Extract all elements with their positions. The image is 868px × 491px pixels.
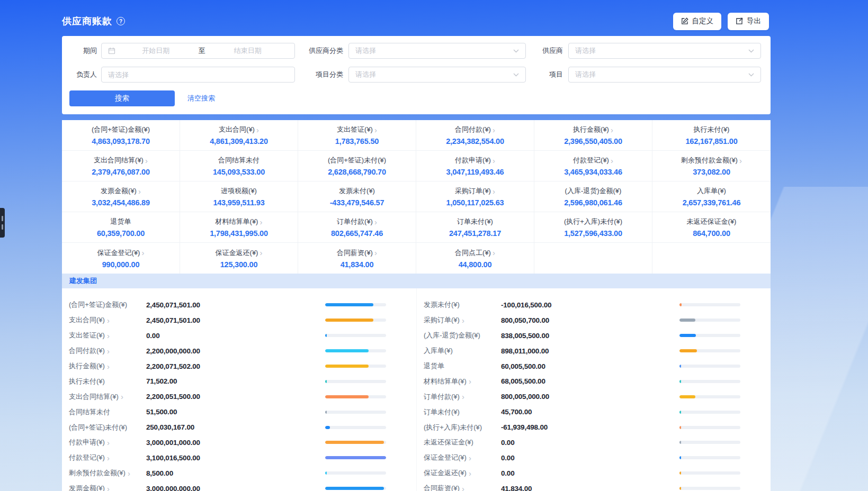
search-button[interactable]: 搜索 (69, 90, 175, 106)
summary-card[interactable]: 合同点工(¥) › 44,800.00 (416, 243, 534, 274)
chevron-right-icon[interactable]: › (469, 377, 471, 385)
detail-row-label[interactable]: 合同付款(¥) (69, 346, 105, 356)
summary-card: 进项税额(¥) › 143,959,511.93 (180, 181, 298, 212)
summary-card[interactable]: 发票金额(¥) › 3,032,454,486.89 (62, 181, 180, 212)
summary-card[interactable]: 合同付款(¥) › 2,234,382,554.00 (416, 120, 534, 151)
detail-column-left: (合同+签证)金额(¥) › 2,450,071,501.00 支出合同(¥) … (62, 288, 416, 491)
progress-bar (325, 487, 386, 490)
customize-button[interactable]: 自定义 (673, 13, 722, 30)
summary-card[interactable]: 订单付款(¥) › 802,665,747.46 (298, 212, 416, 243)
summary-card[interactable]: 付款登记(¥) › 3,465,934,033.46 (534, 151, 652, 181)
chevron-right-icon[interactable]: › (469, 454, 471, 462)
progress-bar (679, 319, 740, 322)
chevron-right-icon[interactable]: › (107, 454, 110, 462)
chevron-right-icon[interactable]: › (462, 485, 464, 491)
detail-row-label[interactable]: 支出签证(¥) (69, 331, 105, 340)
detail-row-value: 2,450,071,501.00 (146, 316, 257, 324)
progress-bar (325, 456, 386, 459)
side-drawer-handle[interactable] (0, 208, 5, 238)
select-placeholder: 请选择 (575, 46, 596, 56)
summary-card[interactable]: 剩余预付款金额(¥) › 373,082.00 (652, 151, 771, 181)
detail-row-label[interactable]: 付款申请(¥) (69, 438, 105, 447)
summary-card: 发票未付(¥) › -433,479,546.57 (298, 181, 416, 212)
chevron-right-icon[interactable]: › (462, 316, 464, 324)
detail-row-label[interactable]: 支出合同(¥) (69, 315, 105, 325)
chevron-right-icon[interactable]: › (611, 126, 613, 134)
summary-card-label: 支出签证(¥) (337, 125, 373, 134)
chevron-right-icon[interactable]: › (107, 332, 110, 340)
summary-card-label: 进项税额(¥) (221, 186, 257, 196)
date-range-picker[interactable]: 开始日期 至 结束日期 (101, 43, 295, 59)
summary-card[interactable]: 采购订单(¥) › 1,050,117,025.63 (416, 181, 534, 212)
chevron-right-icon[interactable]: › (121, 393, 123, 401)
chevron-right-icon[interactable]: › (493, 187, 495, 195)
detail-row-label[interactable]: 执行金额(¥) (69, 361, 105, 371)
clear-search-link[interactable]: 清空搜索 (187, 94, 215, 103)
chevron-right-icon[interactable]: › (259, 249, 262, 257)
progress-bar (325, 380, 386, 383)
detail-row: 合同结算未付 › 51,500.00 (62, 404, 416, 420)
chevron-right-icon[interactable]: › (256, 126, 259, 134)
project-label: 项目 (526, 67, 563, 83)
chevron-right-icon[interactable]: › (107, 485, 110, 491)
detail-row-label[interactable]: 采购订单(¥) (424, 315, 460, 325)
summary-card-value: 41,834.00 (341, 260, 374, 269)
summary-card[interactable]: 支出合同结算(¥) › 2,379,476,087.00 (62, 151, 180, 181)
detail-row-label[interactable]: 合同薪资(¥) (424, 484, 460, 491)
summary-card[interactable]: 支出合同(¥) › 4,861,309,413.20 (180, 120, 298, 151)
summary-card-value: 2,379,476,087.00 (92, 168, 150, 176)
chevron-right-icon[interactable]: › (469, 469, 471, 477)
chevron-right-icon[interactable]: › (739, 157, 742, 165)
chevron-right-icon[interactable]: › (138, 187, 141, 195)
detail-row-label[interactable]: 订单付款(¥) (424, 392, 460, 402)
chevron-right-icon[interactable]: › (259, 218, 262, 226)
supplier-category-select[interactable]: 请选择 (348, 43, 526, 59)
summary-card-label: 执行金额(¥) (573, 125, 609, 134)
detail-row-label[interactable]: 保证金返还(¥) (424, 468, 467, 478)
chevron-right-icon[interactable]: › (107, 347, 110, 355)
chevron-right-icon[interactable]: › (107, 362, 110, 370)
detail-row-label[interactable]: 剩余预付款金额(¥) (69, 468, 126, 478)
chevron-right-icon[interactable]: › (128, 469, 130, 477)
summary-card[interactable]: 执行金额(¥) › 2,396,550,405.00 (534, 120, 652, 151)
detail-row-label: (合同+签证)未付(¥) (69, 423, 127, 432)
owner-input[interactable] (101, 67, 295, 83)
chevron-right-icon[interactable]: › (611, 157, 613, 165)
detail-row-label[interactable]: 保证金登记(¥) (424, 453, 467, 462)
detail-row-label: 未返还保证金(¥) (424, 438, 473, 447)
chevron-right-icon[interactable]: › (462, 393, 464, 401)
summary-card[interactable]: 材料结算单(¥) › 1,798,431,995.00 (180, 212, 298, 243)
chevron-right-icon[interactable]: › (145, 157, 148, 165)
chevron-right-icon[interactable]: › (493, 157, 495, 165)
summary-card: (执行+入库)未付(¥) › 1,527,596,433.00 (534, 212, 652, 243)
summary-card[interactable]: 付款申请(¥) › 3,047,119,493.46 (416, 151, 534, 181)
detail-row-label[interactable]: 发票金额(¥) (69, 484, 105, 491)
chevron-down-icon (513, 49, 519, 53)
project-select[interactable]: 请选择 (568, 67, 761, 83)
help-icon[interactable]: ? (117, 17, 125, 25)
stats-panel: (合同+签证)金额(¥) › 4,863,093,178.70 支出合同(¥) … (62, 120, 771, 491)
detail-row: (入库-退货)金额(¥) › 838,005,500.00 (417, 328, 771, 343)
summary-card[interactable]: 支出签证(¥) › 1,783,765.50 (298, 120, 416, 151)
export-button[interactable]: 导出 (728, 13, 769, 30)
summary-card[interactable]: 保证金返还(¥) › 125,300.00 (180, 243, 298, 274)
chevron-right-icon[interactable]: › (141, 249, 144, 257)
project-category-select[interactable]: 请选择 (348, 67, 526, 83)
detail-row-label[interactable]: 材料结算单(¥) (424, 377, 467, 386)
detail-column-right: 发票未付(¥) › -100,016,500.00 采购订单(¥) › 800,… (416, 288, 771, 491)
chevron-right-icon[interactable]: › (374, 218, 377, 226)
chevron-right-icon[interactable]: › (374, 249, 377, 257)
chevron-right-icon[interactable]: › (107, 439, 110, 447)
detail-row-label[interactable]: 支出合同结算(¥) (69, 392, 119, 402)
summary-card-label: 支出合同结算(¥) (94, 156, 144, 165)
summary-card-label: 保证金登记(¥) (97, 248, 140, 258)
chevron-right-icon[interactable]: › (374, 126, 377, 134)
chevron-right-icon[interactable]: › (493, 249, 495, 257)
chevron-right-icon[interactable]: › (493, 126, 495, 134)
summary-card[interactable]: 合同薪资(¥) › 41,834.00 (298, 243, 416, 274)
supplier-select[interactable]: 请选择 (568, 43, 761, 59)
chevron-right-icon[interactable]: › (107, 316, 110, 324)
summary-card[interactable]: 保证金登记(¥) › 990,000.00 (62, 243, 180, 274)
progress-bar (679, 471, 740, 475)
detail-row-label[interactable]: 付款登记(¥) (69, 453, 105, 462)
